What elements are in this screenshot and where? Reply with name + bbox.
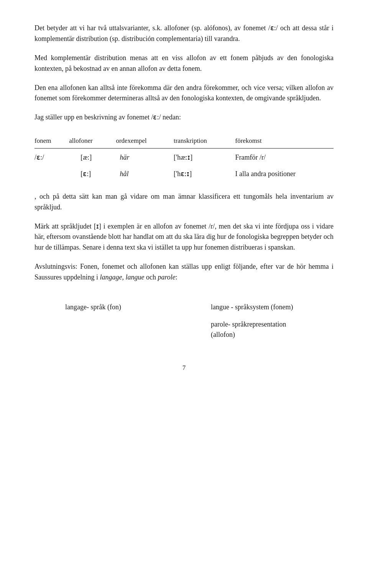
italic-langue: langue (126, 273, 145, 281)
phoneme-table: fonem allofoner ordexempel transkription… (34, 134, 334, 181)
italic-parole: parole (158, 273, 176, 281)
col-header-forekomst: förekomst (231, 134, 334, 148)
paragraph-1: Det betyder att vi har två uttalsvariant… (34, 23, 334, 44)
cell-transcription-2: ['hɛːɪ] (170, 165, 232, 181)
paragraph-2: Med komplementär distribution menas att … (34, 53, 334, 74)
cell-example-1: här (112, 148, 170, 165)
bottom-layout: langage- språk (fon) langue - språksyste… (34, 302, 334, 340)
table-row: /ɛ:/ [æ:] här ['hæːɪ] Framför /r/ (34, 148, 334, 165)
cell-occurrence-1: Framför /r/ (231, 148, 334, 165)
paragraph-6: Märk att språkljudet [ɪ] i exemplen är e… (34, 221, 334, 253)
cell-example-2: hål (112, 165, 170, 181)
col-left-langage: langage- språk (fon) (65, 302, 142, 340)
cell-allofon-1: [æ:] (65, 148, 112, 165)
cell-fonem-2 (34, 165, 65, 181)
langue-label: langue - språksystem (fonem) (211, 302, 303, 312)
table-row: [ɛ:] hål ['hɛːɪ] I alla andra positioner (34, 165, 334, 181)
langage-label: langage- språk (fon) (65, 303, 121, 311)
col-header-fonem: fonem (34, 134, 65, 148)
phoneme-table-section: fonem allofoner ordexempel transkription… (34, 134, 334, 181)
cell-fonem-1: /ɛ:/ (34, 148, 65, 165)
col-header-ordexempel: ordexempel (112, 134, 170, 148)
cell-occurrence-2: I alla andra positioner (231, 165, 334, 181)
page-number: 7 (34, 363, 334, 373)
col-header-allofoner: allofoner (65, 134, 112, 148)
italic-langage: langage (100, 273, 122, 281)
paragraph-continuation: , och på detta sätt kan man gå vidare om… (34, 191, 334, 213)
cell-allofon-2: [ɛ:] (65, 165, 112, 181)
parole-label: parole- språkrepresentation (allofon) (211, 319, 303, 340)
paragraph-3: Den ena allofonen kan alltså inte föreko… (34, 83, 334, 104)
col-header-transkription: transkription (170, 134, 232, 148)
cell-transcription-1: ['hæːɪ] (170, 148, 232, 165)
col-center-langue-parole: langue - språksystem (fonem) parole- spr… (188, 302, 303, 340)
paragraph-7: Avslutningsvis: Fonen, fonemet och allof… (34, 261, 334, 283)
paragraph-4: Jag ställer upp en beskrivning av foneme… (34, 112, 334, 123)
